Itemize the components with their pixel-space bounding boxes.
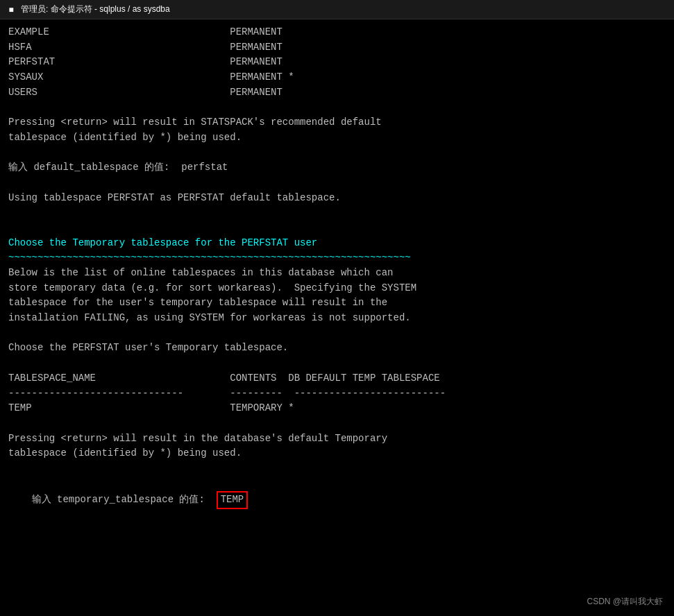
line-input-default: 输入 default_tablespace 的值: perfstat xyxy=(8,160,666,176)
line-perfstat: PERFSTAT PERMANENT xyxy=(8,55,666,70)
line-store-temp: store temporary data (e.g. for sort work… xyxy=(8,281,666,296)
input-temp-value[interactable]: TEMP xyxy=(217,491,248,509)
line-temp-row: TEMP TEMPORARY * xyxy=(8,401,666,416)
line-blank9 xyxy=(8,461,666,477)
line-col-headers: TABLESPACE_NAME CONTENTS DB DEFAULT TEMP… xyxy=(8,371,666,386)
line-below: Below is the list of online tablespaces … xyxy=(8,266,666,281)
input-temp-prefix: 输入 temporary_tablespace 的值: xyxy=(32,494,217,505)
line-separator1: ~~~~~~~~~~~~~~~~~~~~~~~~~~~~~~~~~~~~~~~~… xyxy=(8,250,666,266)
line-blank6 xyxy=(8,326,666,341)
line-blank2 xyxy=(8,146,666,161)
line-col-separator: ------------------------------ ---------… xyxy=(8,386,666,402)
line-input-temp: 输入 temporary_tablespace 的值: TEMP xyxy=(8,477,666,524)
line-blank1 xyxy=(8,100,666,115)
line-blank3 xyxy=(8,176,666,191)
line-example: EXAMPLE PERMANENT xyxy=(8,25,666,40)
title-text: 管理员: 命令提示符 - sqlplus / as sysdba xyxy=(21,3,170,15)
line-installation: installation FAILING, as using SYSTEM fo… xyxy=(8,311,666,326)
line-users: USERS PERMANENT xyxy=(8,85,666,101)
line-blank8 xyxy=(8,416,666,431)
line-identified: tablespace (identified by *) being used. xyxy=(8,446,666,461)
line-tablespace-used: tablespace (identified by *) being used. xyxy=(8,130,666,146)
line-choose-perfstat: Choose the PERFSTAT user's Temporary tab… xyxy=(8,341,666,356)
line-pressing2: Pressing <return> will result in the dat… xyxy=(8,431,666,447)
line-choose-temp: Choose the Temporary tablespace for the … xyxy=(8,236,666,251)
cmd-icon: ■ xyxy=(6,4,17,15)
line-blank7 xyxy=(8,356,666,371)
title-bar: ■ 管理员: 命令提示符 - sqlplus / as sysdba xyxy=(0,0,674,19)
line-blank4 xyxy=(8,205,666,221)
watermark: CSDN @请叫我大虾 xyxy=(587,596,663,608)
line-using-tablespace: Using tablespace PERFSTAT as PERFSTAT de… xyxy=(8,191,666,206)
line-blank5 xyxy=(8,221,666,236)
line-hsfa: HSFA PERMANENT xyxy=(8,40,666,55)
line-pressing1: Pressing <return> will result in STATSPA… xyxy=(8,115,666,130)
line-sysaux: SYSAUX PERMANENT * xyxy=(8,70,666,85)
terminal-window: EXAMPLE PERMANENT HSFA PERMANENT PERFSTA… xyxy=(0,19,674,616)
line-user-temp: tablespace for the user's temporary tabl… xyxy=(8,296,666,311)
